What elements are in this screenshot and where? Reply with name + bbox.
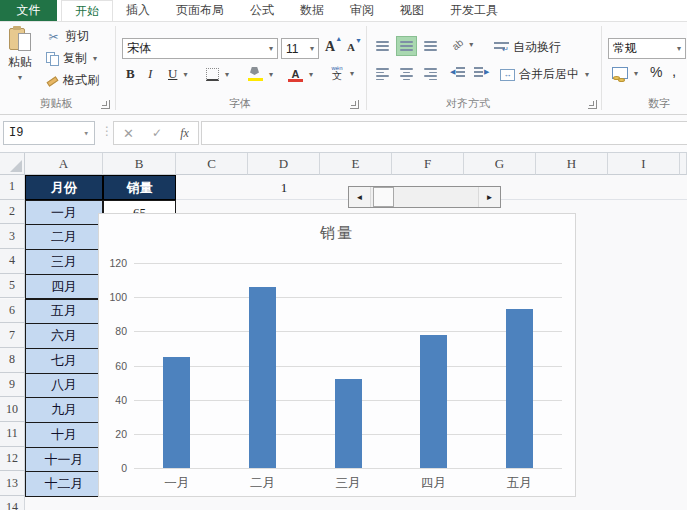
cancel-icon[interactable]: ✕ bbox=[123, 126, 134, 141]
scrollbar-control[interactable]: ◄ ► bbox=[348, 186, 501, 208]
column-header-h[interactable]: H bbox=[536, 153, 608, 175]
scroll-left-button[interactable]: ◄ bbox=[349, 187, 371, 207]
row-header-10[interactable]: 10 bbox=[0, 397, 25, 422]
cell-a2[interactable]: 一月 bbox=[25, 200, 103, 226]
cell-a7[interactable]: 六月 bbox=[25, 323, 103, 349]
accounting-format-button[interactable] bbox=[612, 67, 638, 79]
x-axis-label-4: 四月 bbox=[421, 475, 446, 492]
format-painter-button[interactable]: 格式刷 bbox=[46, 72, 99, 89]
scroll-right-button[interactable]: ► bbox=[478, 187, 500, 207]
row-header-13[interactable]: 13 bbox=[0, 471, 25, 496]
paste-button[interactable]: 粘贴 ▾ bbox=[8, 26, 32, 82]
comma-button[interactable]: , bbox=[672, 62, 676, 79]
cell-b1[interactable]: 销量 bbox=[103, 175, 176, 200]
bold-button[interactable]: B bbox=[126, 66, 135, 82]
font-color-button[interactable]: A bbox=[288, 67, 313, 82]
row-header-6[interactable]: 6 bbox=[0, 299, 25, 324]
column-header-i[interactable]: I bbox=[608, 153, 680, 175]
ribbon-tab-2[interactable]: 插入 bbox=[113, 0, 163, 21]
column-header-c[interactable]: C bbox=[176, 153, 248, 175]
cell-a12[interactable]: 十一月 bbox=[25, 447, 103, 473]
cell-a13[interactable]: 十二月 bbox=[25, 471, 103, 497]
select-all-corner[interactable] bbox=[0, 153, 25, 175]
ribbon-tab-6[interactable]: 审阅 bbox=[337, 0, 387, 21]
chart-bar-2[interactable] bbox=[249, 287, 276, 468]
orientation-button[interactable]: ab bbox=[452, 39, 473, 50]
row-header-11[interactable]: 11 bbox=[0, 422, 25, 447]
cell-a9[interactable]: 八月 bbox=[25, 373, 103, 399]
row-header-3[interactable]: 3 bbox=[0, 224, 25, 249]
decrease-font-button[interactable]: A▼ bbox=[347, 41, 355, 53]
cell-a1[interactable]: 月份 bbox=[25, 175, 103, 200]
align-bottom-button[interactable] bbox=[420, 36, 441, 56]
chart-bar-4[interactable] bbox=[420, 335, 447, 468]
row-header-2[interactable]: 2 bbox=[0, 200, 25, 225]
ribbon-tab-1[interactable]: 开始 bbox=[61, 0, 113, 21]
align-center-button[interactable] bbox=[396, 64, 417, 84]
name-box-resize-handle[interactable]: ⋮ bbox=[101, 124, 113, 138]
ribbon-tab-5[interactable]: 数据 bbox=[287, 0, 337, 21]
increase-indent-button[interactable]: ▶ bbox=[474, 67, 489, 77]
alignment-dialog-launcher[interactable] bbox=[588, 100, 597, 109]
font-size-select[interactable]: 11 bbox=[281, 38, 319, 59]
chart-bar-3[interactable] bbox=[335, 379, 362, 468]
underline-button[interactable]: U bbox=[168, 66, 187, 82]
cell-a8[interactable]: 七月 bbox=[25, 348, 103, 374]
column-header-g[interactable]: G bbox=[464, 153, 536, 175]
column-header-e[interactable]: E bbox=[320, 153, 392, 175]
align-middle-button[interactable] bbox=[396, 36, 417, 56]
ribbon-tab-7[interactable]: 视图 bbox=[387, 0, 437, 21]
ribbon-tab-3[interactable]: 页面布局 bbox=[163, 0, 237, 21]
row-header-14[interactable]: 14 bbox=[0, 496, 25, 510]
column-header-f[interactable]: F bbox=[392, 153, 464, 175]
align-left-button[interactable] bbox=[372, 64, 393, 84]
cut-button[interactable]: ✂ 剪切 bbox=[46, 28, 89, 45]
insert-function-icon[interactable]: fx bbox=[180, 126, 189, 141]
row-header-8[interactable]: 8 bbox=[0, 348, 25, 373]
align-right-button[interactable] bbox=[420, 64, 441, 84]
name-box[interactable]: I9 bbox=[3, 121, 95, 145]
row-header-9[interactable]: 9 bbox=[0, 373, 25, 398]
chart-area[interactable]: 销量 020406080100120一月二月三月四月五月 bbox=[98, 213, 576, 497]
merge-center-button[interactable]: ↔ 合并后居中 bbox=[500, 66, 589, 83]
cell-a3[interactable]: 二月 bbox=[25, 224, 103, 250]
chart-gridline bbox=[134, 366, 562, 367]
chart-bar-5[interactable] bbox=[506, 309, 533, 468]
column-header-b[interactable]: B bbox=[103, 153, 176, 175]
increase-font-button[interactable]: A▲ bbox=[325, 39, 335, 55]
font-dialog-launcher[interactable] bbox=[350, 100, 359, 109]
cell-a11[interactable]: 十月 bbox=[25, 422, 103, 448]
row-header-12[interactable]: 12 bbox=[0, 447, 25, 472]
paste-chevron-icon[interactable]: ▾ bbox=[18, 73, 22, 82]
clipboard-dialog-launcher[interactable] bbox=[101, 100, 110, 109]
cell-a10[interactable]: 九月 bbox=[25, 397, 103, 423]
italic-button[interactable]: I bbox=[148, 66, 152, 82]
scroll-thumb[interactable] bbox=[373, 187, 394, 207]
number-format-select[interactable]: 常规 bbox=[608, 38, 686, 59]
row-header-7[interactable]: 7 bbox=[0, 323, 25, 348]
column-header-a[interactable]: A bbox=[25, 153, 103, 175]
percent-button[interactable]: % bbox=[650, 64, 662, 80]
font-name-select[interactable]: 宋体 bbox=[122, 38, 278, 59]
fill-color-button[interactable] bbox=[248, 67, 273, 81]
row-header-5[interactable]: 5 bbox=[0, 274, 25, 299]
row-header-4[interactable]: 4 bbox=[0, 249, 25, 274]
cell-a6[interactable]: 五月 bbox=[25, 299, 103, 325]
copy-button[interactable]: 复制 bbox=[46, 50, 97, 67]
align-top-button[interactable] bbox=[372, 36, 393, 56]
chart-bar-1[interactable] bbox=[163, 357, 190, 468]
ribbon-tab-8[interactable]: 开发工具 bbox=[437, 0, 511, 21]
phonetic-button[interactable]: wén 文 bbox=[330, 65, 354, 81]
column-header-d[interactable]: D bbox=[248, 153, 320, 175]
cell-d1[interactable]: 1 bbox=[248, 175, 320, 200]
wrap-text-button[interactable]: ↵ 自动换行 bbox=[494, 39, 561, 56]
cell-a5[interactable]: 四月 bbox=[25, 274, 103, 300]
ribbon-tab-4[interactable]: 公式 bbox=[237, 0, 287, 21]
borders-button[interactable] bbox=[206, 68, 229, 81]
cell-a4[interactable]: 三月 bbox=[25, 249, 103, 275]
tab-file[interactable]: 文件 bbox=[0, 0, 57, 21]
formula-input[interactable] bbox=[201, 121, 687, 145]
decrease-indent-button[interactable]: ◀ bbox=[450, 67, 465, 77]
row-header-1[interactable]: 1 bbox=[0, 175, 25, 200]
enter-icon[interactable]: ✓ bbox=[152, 126, 162, 140]
